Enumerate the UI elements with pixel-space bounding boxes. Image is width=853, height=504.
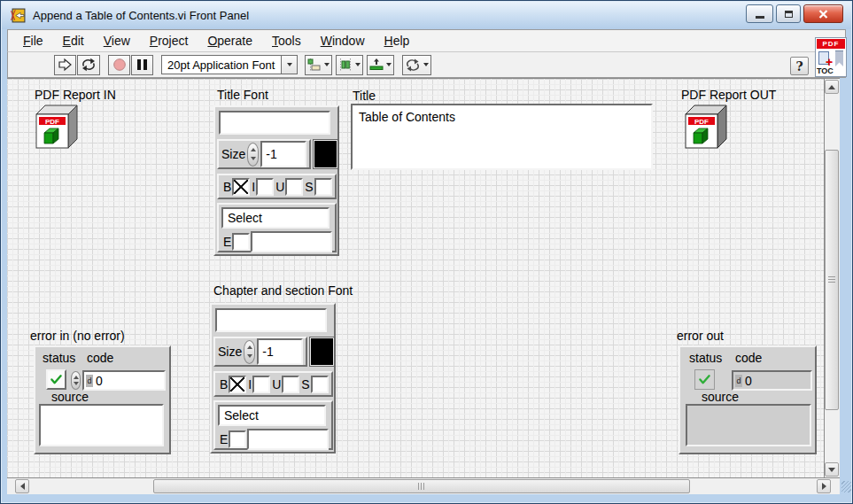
radix-indicator: d (86, 375, 93, 387)
size-field[interactable]: -1 (260, 141, 306, 167)
scroll-left-button[interactable] (15, 479, 29, 493)
size-row: Size -1 (213, 337, 307, 367)
error-in-label: error in (no error) (30, 329, 125, 343)
vi-window-icon[interactable] (10, 8, 27, 23)
distribute-objects-button[interactable] (336, 55, 363, 75)
increment-icon (247, 345, 252, 349)
menu-bar: File Edit View Project Operate Tools Win… (7, 29, 846, 52)
increment-icon (251, 148, 256, 151)
bold-checkbox[interactable] (232, 178, 250, 196)
checkmark-icon (50, 374, 63, 385)
scroll-right-button[interactable] (817, 479, 831, 493)
minimize-button[interactable] (746, 4, 773, 23)
error-out-label: error out (677, 329, 724, 343)
font-selector[interactable]: 20pt Application Font (161, 55, 282, 74)
menu-view[interactable]: View (94, 31, 140, 50)
scroll-down-button[interactable] (825, 462, 839, 477)
italic-checkbox[interactable] (252, 376, 270, 393)
underline-checkbox[interactable] (285, 178, 303, 196)
enable-label: E (223, 235, 231, 249)
enable-checkbox[interactable] (232, 233, 250, 251)
align-objects-button[interactable] (305, 55, 332, 75)
run-icon (57, 58, 74, 72)
font-select-field[interactable]: Select (218, 405, 326, 426)
scroll-up-button[interactable] (825, 80, 839, 94)
pdf-report-in-control[interactable]: PDF (33, 104, 79, 150)
increment-icon (74, 376, 79, 379)
enable-field (251, 231, 332, 252)
horizontal-scroll-thumb[interactable] (153, 479, 690, 493)
decrement-icon (247, 354, 252, 358)
font-selector-dropdown-button[interactable] (282, 55, 298, 74)
resize-objects-button[interactable] (367, 55, 394, 75)
code-spinner[interactable] (71, 371, 81, 390)
menu-window[interactable]: Window (311, 31, 375, 50)
font-name-field[interactable] (219, 111, 330, 135)
horizontal-scrollbar[interactable] (7, 477, 840, 494)
resize-grip[interactable] (841, 481, 851, 492)
font-style-row: B I U S (213, 371, 333, 397)
font-color-box[interactable] (309, 337, 335, 367)
menu-edit[interactable]: Edit (53, 31, 94, 50)
pdf-report-out-label: PDF Report OUT (681, 88, 776, 102)
font-color-box[interactable] (313, 139, 338, 169)
title-field[interactable]: Table of Contents (351, 104, 653, 170)
bold-checkbox[interactable] (229, 376, 246, 393)
grip-icon (418, 483, 426, 490)
underline-checkbox[interactable] (282, 376, 299, 393)
reorder-icon (405, 58, 421, 72)
resize-objects-icon (369, 58, 384, 71)
code-field[interactable]: d 0 (82, 370, 166, 391)
font-select-group: Select E (213, 400, 333, 450)
italic-checkbox[interactable] (256, 178, 274, 196)
source-field (686, 404, 811, 446)
vi-icon[interactable]: PDF + TOC (815, 37, 847, 77)
vertical-scroll-thumb[interactable] (825, 150, 839, 410)
pause-button[interactable] (131, 55, 153, 75)
size-label: Size (218, 345, 242, 359)
menu-file[interactable]: File (13, 31, 53, 50)
source-field[interactable] (39, 404, 164, 446)
chapter-font-cluster: Size -1 B I U S Select E (210, 303, 336, 454)
status-checkbox[interactable] (46, 369, 66, 390)
size-field[interactable]: -1 (257, 338, 303, 365)
error-out-cluster: status code d 0 source (679, 345, 817, 454)
run-continuously-button[interactable] (77, 55, 100, 75)
italic-label: I (252, 180, 255, 194)
arrow-right-icon (822, 483, 826, 490)
font-select-group: Select E (217, 203, 337, 252)
title-font-label: Title Font (217, 88, 268, 102)
strikeout-checkbox[interactable] (314, 178, 332, 196)
strikeout-checkbox[interactable] (311, 376, 329, 393)
chevron-down-icon (355, 63, 361, 66)
menu-project[interactable]: Project (140, 31, 198, 50)
font-name-field[interactable] (215, 308, 327, 332)
size-spinner[interactable] (247, 143, 259, 167)
vi-icon-pdf-banner: PDF (817, 39, 845, 49)
checkmark-icon (698, 374, 711, 385)
arrow-down-icon (828, 468, 835, 472)
title-bar: Append a Table of Contents.vi Front Pane… (2, 2, 851, 29)
menu-help[interactable]: Help (375, 31, 420, 50)
source-label: source (51, 390, 89, 404)
error-in-cluster: status code d 0 source (34, 345, 171, 454)
abort-button[interactable] (108, 55, 130, 75)
font-select-field[interactable]: Select (221, 207, 330, 229)
code-field: d 0 (732, 370, 812, 391)
menu-tools[interactable]: Tools (262, 31, 311, 50)
title-font-cluster: Size -1 B I U S Select E (213, 105, 339, 256)
enable-checkbox[interactable] (229, 430, 246, 448)
run-button[interactable] (54, 55, 76, 75)
help-button[interactable]: ? (790, 57, 809, 75)
size-spinner[interactable] (244, 340, 255, 364)
run-continuously-icon (80, 58, 97, 72)
chapter-font-label: Chapter and section Font (213, 283, 353, 298)
vertical-scrollbar[interactable] (824, 78, 840, 477)
distribute-objects-icon (338, 58, 353, 71)
menu-operate[interactable]: Operate (198, 31, 262, 50)
reorder-button[interactable] (402, 55, 431, 75)
close-button[interactable] (803, 4, 843, 23)
code-value: 0 (96, 374, 103, 388)
pdf-banner-text: PDF (694, 118, 709, 126)
maximize-button[interactable] (776, 4, 801, 23)
